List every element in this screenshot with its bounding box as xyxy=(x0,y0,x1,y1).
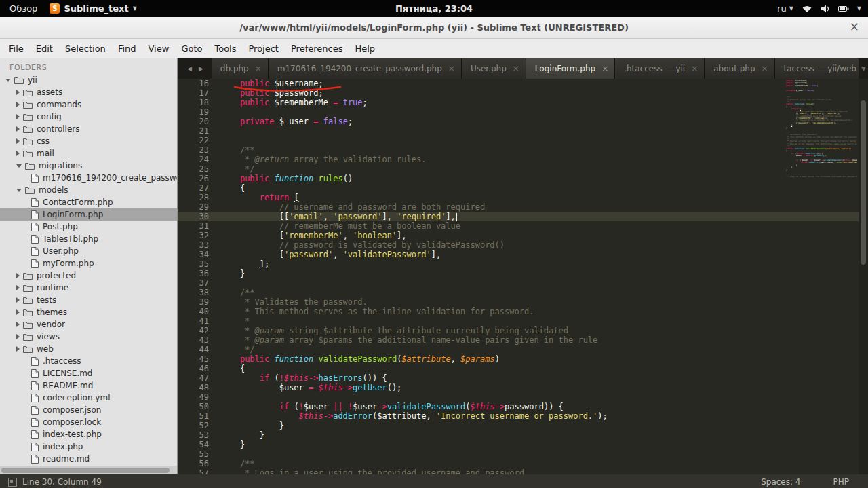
system-menu-chevron-icon[interactable]: ▼ xyxy=(857,5,861,12)
tab-about-php[interactable]: about.php× xyxy=(705,58,774,79)
expand-arrow-icon[interactable] xyxy=(16,334,20,339)
sidebar-item-m170616-194200-create-password[interactable]: m170616_194200_create_password. xyxy=(0,172,177,184)
sidebar-item-controllers[interactable]: controllers xyxy=(0,123,177,135)
code-line[interactable]: 51 $this->addError($attribute, 'Incorrec… xyxy=(178,411,868,421)
expand-arrow-icon[interactable] xyxy=(16,102,20,107)
menu-help[interactable]: Help xyxy=(349,43,381,54)
code-line[interactable]: 26 public function rules() xyxy=(178,174,868,183)
sidebar-item-commands[interactable]: commands xyxy=(0,98,177,111)
code-line[interactable]: 37 xyxy=(178,278,868,288)
code-line[interactable]: 16 public $username; xyxy=(178,79,868,88)
app-menu-button[interactable]: S Sublime_text ▼ xyxy=(50,3,137,14)
syntax-mode[interactable]: PHP xyxy=(833,477,850,487)
sidebar-item-readme-md[interactable]: README.md xyxy=(0,379,177,392)
tab-m170616-194200-create-password-php[interactable]: m170616_194200_create_password.php× xyxy=(269,58,462,79)
expand-arrow-icon[interactable] xyxy=(16,90,20,95)
code-line[interactable]: 43 * @param array $params the additional… xyxy=(178,335,868,345)
menu-tools[interactable]: Tools xyxy=(208,43,242,54)
sidebar-item-migrations[interactable]: migrations xyxy=(0,159,177,172)
tab-user-php[interactable]: User.php× xyxy=(462,58,526,79)
tab-close-icon[interactable]: × xyxy=(513,64,519,73)
expand-arrow-icon[interactable] xyxy=(16,322,20,327)
code-line[interactable]: 46 { xyxy=(178,364,868,373)
sidebar-item-yii[interactable]: yii xyxy=(0,74,177,86)
sidebar-horizontal-scrollbar[interactable] xyxy=(0,466,177,474)
code-line[interactable]: 27 { xyxy=(178,183,868,193)
code-line[interactable]: 31 // rememberMe must be a boolean value xyxy=(178,221,868,231)
menu-find[interactable]: Find xyxy=(112,43,142,54)
code-line[interactable]: 20 private $_user = false; xyxy=(178,117,868,126)
tab-nav-back-icon[interactable]: ◀ xyxy=(187,65,192,72)
sidebar-item-config[interactable]: config xyxy=(0,111,177,123)
sidebar-item-readme-md[interactable]: readme.md xyxy=(0,453,177,465)
sidebar-item-codeception-yml[interactable]: codeception.yml xyxy=(0,392,177,404)
code-line[interactable]: 22 xyxy=(178,136,868,145)
code-line[interactable]: 52 } xyxy=(178,421,868,430)
sidebar-item-models[interactable]: models xyxy=(0,184,177,196)
code-line[interactable]: 21 xyxy=(178,126,868,136)
tab-nav-forward-icon[interactable]: ▶ xyxy=(199,65,203,72)
expand-arrow-icon[interactable] xyxy=(16,273,20,278)
menu-edit[interactable]: Edit xyxy=(30,43,59,54)
code-line[interactable]: 45 public function validatePassword($att… xyxy=(178,354,868,364)
sidebar-item-tablestbl-php[interactable]: TablesTbl.php xyxy=(0,233,177,245)
sidebar-item-user-php[interactable]: User.php xyxy=(0,245,177,257)
expand-arrow-icon[interactable] xyxy=(16,138,20,144)
expand-arrow-icon[interactable] xyxy=(16,126,20,132)
menu-selection[interactable]: Selection xyxy=(59,43,112,54)
code-line[interactable]: 48 $user = $this->getUser(); xyxy=(178,383,868,392)
code-line[interactable]: 44 */ xyxy=(178,345,868,354)
sidebar-item-index-test-php[interactable]: index-test.php xyxy=(0,428,177,440)
code-line[interactable]: 35 ]; xyxy=(178,259,868,269)
sidebar-item-license-md[interactable]: LICENSE.md xyxy=(0,367,177,379)
code-line[interactable]: 25 */ xyxy=(178,164,868,174)
menu-goto[interactable]: Goto xyxy=(175,43,208,54)
code-line[interactable]: 17 public $password; xyxy=(178,88,868,98)
status-indicator-icon[interactable] xyxy=(8,478,17,487)
volume-icon[interactable] xyxy=(821,5,830,13)
menu-project[interactable]: Project xyxy=(242,43,284,54)
code-line[interactable]: 28 return [ xyxy=(178,193,868,202)
code-line[interactable]: 56 /** xyxy=(178,459,868,468)
sidebar-item-composer-lock[interactable]: composer.lock xyxy=(0,416,177,428)
minimap[interactable]: public $username; public $password; publ… xyxy=(781,80,857,178)
tab-loginform-php[interactable]: LoginForm.php× xyxy=(526,58,615,79)
sidebar-item-post-php[interactable]: Post.php xyxy=(0,221,177,233)
expand-arrow-icon[interactable] xyxy=(16,114,20,119)
sidebar-item-myform-php[interactable]: myForm.php xyxy=(0,257,177,269)
expand-arrow-icon[interactable] xyxy=(16,309,20,315)
code-line[interactable]: 32 ['rememberMe', 'boolean'], xyxy=(178,231,868,240)
wifi-icon[interactable] xyxy=(802,5,812,13)
sidebar-item-vendor[interactable]: vendor xyxy=(0,318,177,331)
tab-close-icon[interactable]: × xyxy=(448,64,455,73)
menu-preferences[interactable]: Preferences xyxy=(285,43,349,54)
battery-icon[interactable] xyxy=(838,5,849,12)
code-line[interactable]: 47 if (!$this->hasErrors()) { xyxy=(178,373,868,383)
sidebar-item-web[interactable]: web xyxy=(0,343,177,355)
menu-file[interactable]: File xyxy=(3,43,30,54)
sidebar-item-assets[interactable]: assets xyxy=(0,86,177,98)
sidebar-item-htaccess[interactable]: .htaccess xyxy=(0,355,177,367)
tab-close-icon[interactable]: × xyxy=(762,64,768,73)
code-line[interactable]: 33 // password is validated by validateP… xyxy=(178,240,868,250)
sidebar-item-loginform-php[interactable]: LoginForm.php xyxy=(0,208,177,221)
scrollbar-thumb[interactable] xyxy=(861,100,866,265)
code-editor[interactable]: 16 public $username;17 public $password;… xyxy=(178,79,868,474)
code-line[interactable]: 30 [['email', 'password'], 'required'], xyxy=(178,212,868,221)
collapse-arrow-icon[interactable] xyxy=(5,79,11,82)
sidebar-item-composer-json[interactable]: composer.json xyxy=(0,404,177,416)
sidebar-scrollbar-thumb[interactable] xyxy=(1,468,170,473)
sidebar-item-contactform-php[interactable]: ContactForm.php xyxy=(0,196,177,208)
code-line[interactable]: 55 xyxy=(178,449,868,459)
sidebar-item-index-php[interactable]: index.php xyxy=(0,440,177,453)
tab-htaccess-yii[interactable]: .htaccess — yii× xyxy=(615,58,705,79)
code-line[interactable]: 42 * @param string $attribute the attrib… xyxy=(178,326,868,335)
menu-view[interactable]: View xyxy=(142,43,176,54)
sidebar-item-css[interactable]: css xyxy=(0,135,177,147)
collapse-arrow-icon[interactable] xyxy=(16,164,22,168)
code-line[interactable]: 29 // username and password are both req… xyxy=(178,202,868,212)
tab-overflow-icon[interactable]: ▼ xyxy=(861,65,866,72)
code-line[interactable]: 38 /** xyxy=(178,288,868,297)
sidebar-item-themes[interactable]: themes xyxy=(0,306,177,318)
code-line[interactable]: 36 } xyxy=(178,269,868,278)
